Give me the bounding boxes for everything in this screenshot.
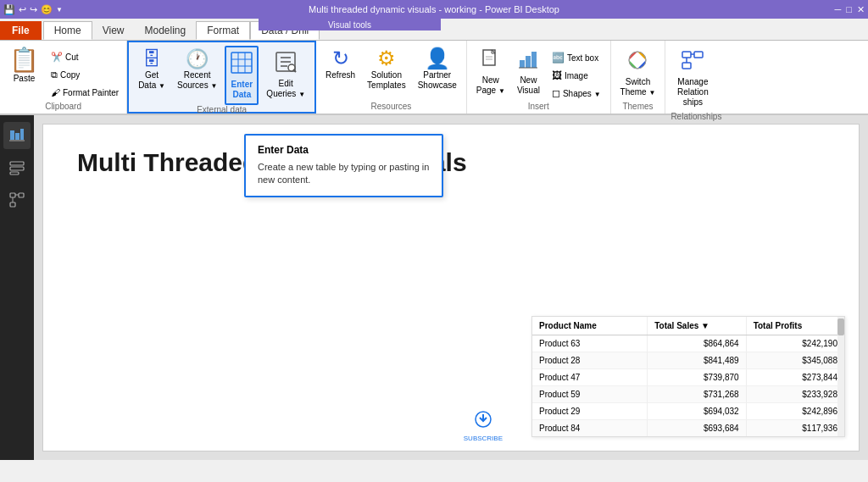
undo-icon[interactable]: ↩	[19, 4, 26, 15]
svg-point-21	[629, 52, 646, 69]
tab-view[interactable]: View	[92, 21, 135, 40]
themes-group: SwitchTheme ▼ Themes	[611, 41, 666, 114]
enter-data-button[interactable]: EnterData	[225, 46, 259, 105]
solution-templates-label: SolutionTemplates	[367, 70, 406, 91]
svg-rect-24	[682, 63, 691, 69]
new-page-button[interactable]: NewPage ▼	[472, 44, 509, 100]
quick-access-toolbar: 💾 ↩ ↪ 😊 ▼	[3, 4, 63, 15]
emoji-icon[interactable]: 😊	[41, 4, 53, 15]
tab-modeling[interactable]: Modeling	[134, 21, 196, 40]
subscribe-badge[interactable]: SUBSCRIBE	[464, 410, 503, 442]
relationships-group: ManageRelationships Relationships	[665, 41, 726, 114]
svg-rect-28	[15, 133, 19, 140]
tooltip-title: Enter Data	[258, 144, 430, 156]
title-bar-text: Multi threaded dynamic visuals - working…	[309, 4, 559, 14]
text-box-label: Text box	[567, 53, 598, 63]
image-button[interactable]: 🖼 Image	[548, 67, 605, 84]
cut-button[interactable]: ✂️ Cut	[47, 49, 123, 65]
partner-showcase-icon: 👤	[425, 48, 450, 69]
table-col-profits: Total Profits	[747, 317, 844, 335]
themes-label: Themes	[616, 102, 660, 114]
svg-rect-27	[10, 130, 14, 140]
sidebar-item-model[interactable]	[3, 186, 31, 213]
table-visual: Product Name Total Sales ▼ Total Profits…	[531, 316, 845, 437]
report-icon	[9, 128, 25, 143]
resources-label: Resources	[321, 102, 461, 114]
table-row: Product 29 $694,032 $242,896	[532, 403, 844, 420]
sidebar	[0, 115, 34, 460]
svg-rect-31	[10, 162, 24, 165]
format-painter-label: Format Painter	[63, 88, 119, 97]
redo-icon[interactable]: ↪	[30, 4, 37, 15]
external-data-label: External data	[134, 105, 309, 117]
recent-sources-button[interactable]: 🕐 RecentSources ▼	[173, 46, 221, 95]
solution-templates-button[interactable]: ⚙ SolutionTemplates	[363, 44, 410, 95]
recent-sources-icon: 🕐	[186, 50, 209, 69]
subscribe-label: SUBSCRIBE	[464, 435, 503, 442]
image-label: Image	[565, 71, 588, 80]
page-title: Multi Threaded Dynamic Visuals	[43, 125, 859, 191]
clipboard-group: 📋 Paste ✂️ Cut ⧉ Copy 🖌 Format Painter	[0, 41, 127, 114]
ribbon-content: 📋 Paste ✂️ Cut ⧉ Copy 🖌 Format Painter	[0, 41, 868, 115]
refresh-label: Refresh	[326, 70, 355, 80]
tab-file[interactable]: File	[0, 21, 42, 40]
edit-queries-label: EditQueries ▼	[266, 79, 305, 99]
svg-rect-35	[19, 193, 24, 197]
relationships-label: Relationships	[670, 112, 721, 124]
new-visual-button[interactable]: NewVisual	[513, 44, 544, 100]
svg-rect-18	[531, 52, 537, 68]
text-box-icon: 🔤	[552, 52, 565, 64]
table-row: Product 47 $739,870 $273,844	[532, 369, 844, 386]
manage-relationships-icon	[681, 48, 704, 75]
table-row: Product 84 $693,684 $117,936	[532, 420, 844, 436]
cut-label: Cut	[65, 53, 79, 62]
svg-rect-0	[231, 53, 252, 73]
clipboard-label: Clipboard	[3, 102, 123, 114]
dropdown-arrow-icon[interactable]: ▼	[56, 6, 63, 14]
partner-showcase-button[interactable]: 👤 PartnerShowcase	[414, 44, 461, 95]
enter-data-icon	[230, 51, 253, 78]
svg-rect-32	[10, 167, 24, 170]
cut-icon: ✂️	[51, 52, 63, 63]
sidebar-item-data[interactable]	[3, 154, 31, 181]
svg-rect-34	[10, 193, 15, 197]
edit-queries-button[interactable]: EditQueries ▼	[262, 46, 309, 103]
table-row: Product 59 $731,268 $233,928	[532, 386, 844, 403]
switch-theme-button[interactable]: SwitchTheme ▼	[616, 44, 660, 102]
manage-relationships-label: ManageRelationships	[677, 77, 709, 108]
copy-button[interactable]: ⧉ Copy	[47, 67, 123, 83]
text-box-button[interactable]: 🔤 Text box	[548, 49, 605, 66]
maximize-icon[interactable]: □	[846, 4, 852, 14]
refresh-icon: ↻	[332, 48, 349, 69]
svg-rect-33	[10, 172, 19, 175]
paste-button[interactable]: 📋 Paste	[3, 44, 45, 87]
shapes-label: Shapes ▼	[563, 89, 601, 98]
sidebar-item-report[interactable]	[3, 122, 31, 149]
svg-rect-23	[694, 52, 703, 58]
get-data-button[interactable]: 🗄 GetData ▼	[134, 46, 170, 95]
tab-format[interactable]: Format	[196, 21, 250, 40]
shapes-icon: ◻	[552, 87, 560, 99]
copy-label: Copy	[60, 70, 80, 80]
subscribe-icon	[464, 410, 503, 434]
enter-data-label: EnterData	[231, 80, 253, 100]
data-icon	[9, 160, 25, 175]
table-header: Product Name Total Sales ▼ Total Profits	[532, 317, 844, 335]
refresh-button[interactable]: ↻ Refresh	[321, 44, 359, 84]
tab-home[interactable]: Home	[43, 21, 92, 40]
shapes-button[interactable]: ◻ Shapes ▼	[548, 85, 605, 102]
close-icon[interactable]: ✕	[857, 4, 865, 15]
enter-data-tooltip: Enter Data Create a new table by typing …	[244, 134, 443, 197]
format-painter-icon: 🖌	[51, 87, 60, 97]
format-painter-button[interactable]: 🖌 Format Painter	[47, 85, 123, 100]
minimize-icon[interactable]: ─	[835, 4, 842, 14]
copy-icon: ⧉	[51, 69, 58, 80]
paste-label: Paste	[14, 74, 36, 83]
external-data-group: 🗄 GetData ▼ 🕐 RecentSources ▼	[127, 41, 316, 114]
manage-relationships-button[interactable]: ManageRelationships	[670, 44, 715, 112]
canvas-page: Multi Threaded Dynamic Visuals Product N…	[42, 124, 860, 452]
tooltip-description: Create a new table by typing or pasting …	[258, 161, 430, 187]
save-icon[interactable]: 💾	[3, 4, 15, 15]
switch-theme-icon	[626, 48, 649, 75]
paste-icon: 📋	[9, 48, 39, 72]
